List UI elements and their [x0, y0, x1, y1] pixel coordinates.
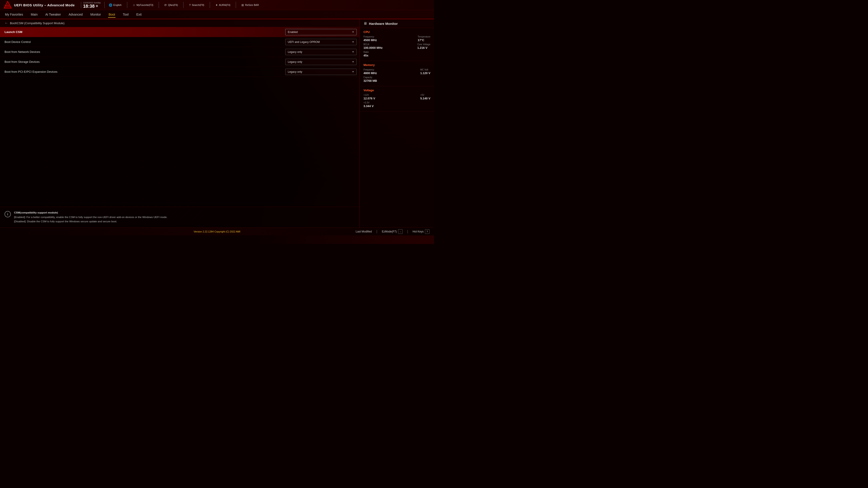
nav-item-ai-tweaker[interactable]: Ai Tweaker: [45, 12, 61, 17]
logo-area: ROG UEFI BIOS Utility – Advanced Mode: [4, 1, 74, 9]
setting-control-boot-network: Legacy only ▼: [283, 47, 360, 57]
memory-section-title: Memory: [364, 63, 430, 67]
info-title: CSM(compatibility support module): [14, 210, 167, 215]
time-display: 18:38⚙: [83, 4, 101, 8]
globe-icon: 🌐: [109, 3, 112, 7]
cpu-bclk-value: 100.0000 MHz: [364, 46, 383, 50]
qfan-button[interactable]: ⟳ Qfan(F6): [162, 3, 180, 7]
settings-time-icon[interactable]: ⚙: [96, 5, 98, 7]
last-modified-label: Last Modified: [356, 230, 372, 233]
cpu-freq-value: 4500 MHz: [364, 38, 377, 42]
footer-version: Version 2.22.1284 Copyright (C) 2022 AMI: [194, 230, 241, 233]
nav-item-tool[interactable]: Tool: [122, 12, 129, 17]
boot-storage-dropdown[interactable]: Legacy only ▼: [285, 59, 357, 65]
cpu-corevolt-value: 1.216 V: [417, 46, 430, 50]
setting-control-boot-storage: Legacy only ▼: [283, 57, 360, 66]
fan-icon: ⟳: [164, 3, 167, 7]
cpu-section-title: CPU: [364, 30, 430, 34]
hot-keys-icon: ?: [425, 229, 430, 234]
hw-col: Frequency 4800 MHz: [364, 68, 377, 75]
volt-12v-value: 12.076 V: [364, 97, 375, 100]
svg-text:ROG: ROG: [5, 4, 10, 7]
nav-item-boot[interactable]: Boot: [108, 12, 116, 18]
info-icon: i: [4, 211, 11, 217]
hw-col: Core Voltage 1.216 V: [417, 43, 430, 50]
search-label: Search(F9): [192, 4, 204, 6]
breadcrumb-back-icon[interactable]: ←: [4, 21, 8, 25]
nav-item-advanced[interactable]: Advanced: [68, 12, 83, 17]
hw-col: MC Volt 1.120 V: [420, 68, 430, 75]
hw-section-voltage: Voltage +12V 12.076 V +5V 5.140 V +3.3V …: [360, 86, 434, 111]
info-box: i CSM(compatibility support module) [Ena…: [0, 207, 360, 228]
cpu-ratio-label: Ratio: [364, 51, 369, 53]
header-divider-1: [81, 2, 81, 8]
volt-5v-value: 5.140 V: [420, 97, 430, 100]
cpu-temp-value: 17°C: [418, 38, 430, 42]
table-row: Boot from PCI-E/PCI Expansion Devices Le…: [0, 67, 360, 77]
last-modified-button[interactable]: Last Modified: [356, 230, 372, 233]
nav-menu: My Favorites Main Ai Tweaker Advanced Mo…: [0, 10, 434, 19]
boot-pci-dropdown[interactable]: Legacy only ▼: [285, 69, 357, 75]
info-text: CSM(compatibility support module) [Enabl…: [14, 210, 167, 224]
cpu-temp-label: Temperature: [418, 35, 430, 38]
resize-icon: ⊞: [241, 3, 244, 7]
dropdown-arrow-icon: ▼: [352, 61, 354, 63]
setting-label-boot-device: Boot Device Control: [0, 38, 283, 46]
hot-keys-button[interactable]: Hot Keys ?: [412, 229, 430, 234]
myfavorite-label: MyFavorite(F3): [136, 4, 153, 6]
hw-row: Frequency 4800 MHz MC Volt 1.120 V: [364, 68, 430, 75]
setting-label-boot-pci: Boot from PCI-E/PCI Expansion Devices: [0, 68, 283, 76]
dropdown-arrow-icon: ▼: [352, 70, 354, 73]
launch-csm-dropdown[interactable]: Enabled ▼: [285, 29, 357, 35]
nav-item-exit[interactable]: Exit: [136, 12, 142, 17]
hw-row: +12V 12.076 V +5V 5.140 V: [364, 94, 430, 100]
search-button[interactable]: ? Search(F9): [187, 3, 206, 7]
ezmode-button[interactable]: EzMode(F7) →: [382, 229, 403, 234]
nav-item-my-favorites[interactable]: My Favorites: [4, 12, 24, 17]
header-buttons: 🌐 English ☆ MyFavorite(F3) ⟳ Qfan(F6) ? …: [106, 2, 430, 8]
boot-pci-value: Legacy only: [288, 70, 302, 73]
boot-storage-value: Legacy only: [288, 60, 302, 64]
hw-monitor-title: Hardware Monitor: [369, 22, 398, 26]
hw-row: Capacity 32768 MB: [364, 76, 430, 83]
table-row: Boot from Network Devices Legacy only ▼: [0, 47, 360, 57]
hw-col: Temperature 17°C: [418, 35, 430, 42]
info-line-2: [Disabled]: Disable the CSM to fully sup…: [14, 219, 167, 224]
ezmode-icon: →: [398, 229, 403, 234]
mem-capacity-value: 32768 MB: [364, 79, 377, 83]
boot-device-dropdown[interactable]: UEFI and Legacy OPROM ▼: [285, 39, 357, 45]
english-button[interactable]: 🌐 English: [106, 3, 124, 7]
ezmode-label: EzMode(F7): [382, 230, 397, 233]
myfavorite-button[interactable]: ☆ MyFavorite(F3): [130, 3, 156, 7]
mem-mcvolt-value: 1.120 V: [420, 71, 430, 75]
main-layout: ← Boot\CSM (Compatibility Support Module…: [0, 19, 434, 228]
table-row: Boot from Storage Devices Legacy only ▼: [0, 57, 360, 67]
content-area: ← Boot\CSM (Compatibility Support Module…: [0, 19, 360, 228]
nav-item-main[interactable]: Main: [30, 12, 38, 17]
nav-item-monitor[interactable]: Monitor: [90, 12, 101, 17]
hw-section-memory: Memory Frequency 4800 MHz MC Volt 1.120 …: [360, 61, 434, 86]
hw-row: +3.3V 3.344 V: [364, 101, 430, 108]
hdr-div-3: [127, 2, 127, 8]
mem-freq-label: Frequency: [364, 68, 377, 71]
footer-divider-1: |: [376, 230, 377, 234]
setting-label-boot-network: Boot from Network Devices: [0, 48, 283, 56]
footer-right: Last Modified | EzMode(F7) → | Hot Keys …: [356, 229, 430, 234]
launch-csm-value: Enabled: [288, 31, 298, 34]
boot-network-dropdown[interactable]: Legacy only ▼: [285, 49, 357, 55]
rog-logo-icon: ROG: [4, 1, 12, 9]
dropdown-arrow-icon: ▼: [352, 51, 354, 53]
boot-network-value: Legacy only: [288, 51, 302, 54]
dropdown-arrow-icon: ▼: [352, 41, 354, 43]
qfan-label: Qfan(F6): [168, 4, 178, 6]
breadcrumb: ← Boot\CSM (Compatibility Support Module…: [0, 19, 360, 27]
aura-button[interactable]: ✦ AURA(F4): [213, 3, 233, 7]
hw-monitor-header: 🖥 Hardware Monitor: [360, 19, 434, 28]
resizebar-button[interactable]: ⊞ ReSize BAR: [239, 3, 261, 7]
setting-label-launch-csm: Launch CSM: [0, 28, 283, 36]
aura-label: AURA(F4): [219, 4, 230, 6]
setting-control-boot-device: UEFI and Legacy OPROM ▼: [283, 37, 360, 46]
star-icon: ☆: [133, 3, 135, 7]
breadcrumb-path: Boot\CSM (Compatibility Support Module): [10, 22, 64, 25]
hdr-div-5: [183, 2, 184, 8]
